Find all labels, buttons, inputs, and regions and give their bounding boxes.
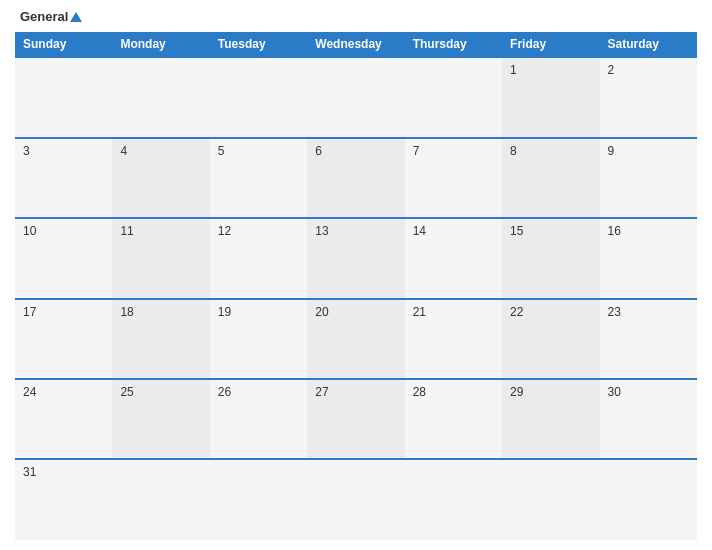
calendar-cell: 1 bbox=[502, 57, 599, 137]
day-header-sunday: Sunday bbox=[15, 32, 112, 57]
day-number: 19 bbox=[218, 305, 231, 319]
calendar-header-row: SundayMondayTuesdayWednesdayThursdayFrid… bbox=[15, 32, 697, 57]
calendar-cell: 3 bbox=[15, 138, 112, 218]
logo-general-text: General bbox=[20, 10, 82, 24]
calendar-cell bbox=[112, 459, 209, 540]
calendar-week-4: 17181920212223 bbox=[15, 299, 697, 379]
day-number: 4 bbox=[120, 144, 127, 158]
calendar-cell bbox=[210, 459, 307, 540]
day-header-saturday: Saturday bbox=[600, 32, 697, 57]
calendar-cell: 10 bbox=[15, 218, 112, 298]
day-number: 15 bbox=[510, 224, 523, 238]
calendar-cell: 12 bbox=[210, 218, 307, 298]
calendar-cell: 16 bbox=[600, 218, 697, 298]
calendar-cell: 27 bbox=[307, 379, 404, 459]
day-number: 20 bbox=[315, 305, 328, 319]
day-number: 28 bbox=[413, 385, 426, 399]
calendar-cell: 29 bbox=[502, 379, 599, 459]
day-number: 5 bbox=[218, 144, 225, 158]
calendar-cell: 19 bbox=[210, 299, 307, 379]
calendar-cell: 11 bbox=[112, 218, 209, 298]
day-number: 7 bbox=[413, 144, 420, 158]
calendar-cell: 28 bbox=[405, 379, 502, 459]
calendar-cell: 8 bbox=[502, 138, 599, 218]
calendar-cell bbox=[210, 57, 307, 137]
calendar-cell bbox=[307, 57, 404, 137]
day-number: 18 bbox=[120, 305, 133, 319]
day-number: 26 bbox=[218, 385, 231, 399]
calendar-cell: 18 bbox=[112, 299, 209, 379]
calendar-cell: 4 bbox=[112, 138, 209, 218]
calendar-header: General bbox=[15, 10, 697, 24]
calendar-cell: 24 bbox=[15, 379, 112, 459]
calendar-cell: 5 bbox=[210, 138, 307, 218]
day-number: 21 bbox=[413, 305, 426, 319]
day-header-thursday: Thursday bbox=[405, 32, 502, 57]
calendar-cell: 31 bbox=[15, 459, 112, 540]
logo: General bbox=[20, 10, 82, 24]
day-number: 17 bbox=[23, 305, 36, 319]
day-number: 30 bbox=[608, 385, 621, 399]
day-header-friday: Friday bbox=[502, 32, 599, 57]
day-number: 25 bbox=[120, 385, 133, 399]
day-number: 6 bbox=[315, 144, 322, 158]
day-number: 24 bbox=[23, 385, 36, 399]
day-number: 2 bbox=[608, 63, 615, 77]
calendar-cell: 26 bbox=[210, 379, 307, 459]
logo-triangle-icon bbox=[70, 12, 82, 22]
calendar-week-3: 10111213141516 bbox=[15, 218, 697, 298]
day-number: 3 bbox=[23, 144, 30, 158]
calendar-cell bbox=[112, 57, 209, 137]
day-number: 14 bbox=[413, 224, 426, 238]
day-number: 8 bbox=[510, 144, 517, 158]
calendar-cell bbox=[307, 459, 404, 540]
day-number: 12 bbox=[218, 224, 231, 238]
day-number: 23 bbox=[608, 305, 621, 319]
calendar-cell: 23 bbox=[600, 299, 697, 379]
calendar-week-2: 3456789 bbox=[15, 138, 697, 218]
calendar-cell: 25 bbox=[112, 379, 209, 459]
calendar-cell bbox=[15, 57, 112, 137]
calendar-cell: 17 bbox=[15, 299, 112, 379]
calendar-cell: 6 bbox=[307, 138, 404, 218]
day-number: 16 bbox=[608, 224, 621, 238]
day-number: 22 bbox=[510, 305, 523, 319]
calendar-cell: 7 bbox=[405, 138, 502, 218]
day-number: 13 bbox=[315, 224, 328, 238]
day-number: 31 bbox=[23, 465, 36, 479]
calendar-cell bbox=[600, 459, 697, 540]
calendar-week-6: 31 bbox=[15, 459, 697, 540]
calendar-table: SundayMondayTuesdayWednesdayThursdayFrid… bbox=[15, 32, 697, 540]
calendar-body: 1234567891011121314151617181920212223242… bbox=[15, 57, 697, 540]
day-number: 29 bbox=[510, 385, 523, 399]
calendar-cell: 20 bbox=[307, 299, 404, 379]
calendar-cell bbox=[405, 459, 502, 540]
calendar-cell: 22 bbox=[502, 299, 599, 379]
day-header-wednesday: Wednesday bbox=[307, 32, 404, 57]
day-header-tuesday: Tuesday bbox=[210, 32, 307, 57]
calendar-week-1: 12 bbox=[15, 57, 697, 137]
calendar-cell: 14 bbox=[405, 218, 502, 298]
calendar-cell: 2 bbox=[600, 57, 697, 137]
day-number: 1 bbox=[510, 63, 517, 77]
calendar-cell: 9 bbox=[600, 138, 697, 218]
calendar-week-5: 24252627282930 bbox=[15, 379, 697, 459]
calendar-cell: 30 bbox=[600, 379, 697, 459]
calendar-cell: 15 bbox=[502, 218, 599, 298]
calendar-cell: 21 bbox=[405, 299, 502, 379]
day-number: 9 bbox=[608, 144, 615, 158]
day-header-monday: Monday bbox=[112, 32, 209, 57]
calendar-cell: 13 bbox=[307, 218, 404, 298]
calendar-cell bbox=[502, 459, 599, 540]
day-number: 10 bbox=[23, 224, 36, 238]
day-number: 11 bbox=[120, 224, 133, 238]
calendar-cell bbox=[405, 57, 502, 137]
day-number: 27 bbox=[315, 385, 328, 399]
